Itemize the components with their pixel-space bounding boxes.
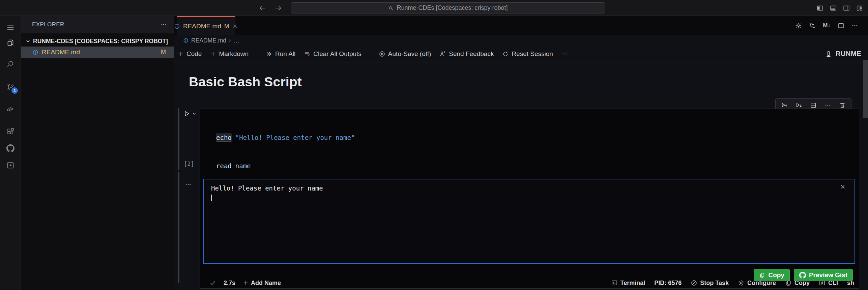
editor-group: README.md M M↓ — [174, 16, 868, 290]
code-token-arg: name — [235, 162, 251, 170]
clear-all-outputs-button[interactable]: Clear All Outputs — [304, 50, 361, 58]
vscode-window: { "titlebar": { "search": "Runme-CDEs [C… — [0, 0, 868, 290]
info-file-icon — [32, 49, 38, 55]
sidebar-title: EXPLORER — [32, 21, 64, 28]
add-name-label: Add Name — [251, 280, 281, 287]
command-center-search[interactable]: Runme-CDEs [Codespaces: crispy robot] — [291, 2, 605, 13]
customize-layout-icon[interactable] — [856, 4, 863, 12]
back-arrow-icon[interactable] — [259, 4, 266, 12]
feedback-icon — [439, 51, 446, 57]
source-control-badge: 1 — [11, 87, 18, 94]
editor-scrollbar[interactable] — [863, 60, 868, 118]
github-octocat-icon — [6, 144, 15, 152]
sidebar-item-source-control[interactable]: 1 — [0, 80, 21, 94]
breadcrumb-file[interactable]: README.md — [191, 37, 226, 44]
activity-bar: 1 — [0, 16, 21, 290]
tab-label: README.md — [183, 23, 221, 30]
markdown-heading: Basic Bash Script — [189, 75, 302, 89]
forward-arrow-icon[interactable] — [274, 4, 282, 12]
plus-icon — [178, 51, 184, 57]
stop-task-button[interactable]: Stop Task — [691, 280, 729, 287]
terminal-button[interactable]: Terminal — [611, 280, 645, 287]
preview-gist-button[interactable]: Preview Gist — [794, 269, 853, 281]
open-markdown-icon[interactable]: M↓ — [823, 22, 831, 29]
execute-below-icon[interactable] — [795, 102, 802, 109]
title-bar: Runme-CDEs [Codespaces: crispy robot] — [0, 0, 868, 16]
chevron-down-icon[interactable] — [192, 111, 197, 116]
auto-save-toggle[interactable]: Auto-Save (off) — [379, 50, 431, 58]
close-icon[interactable] — [232, 23, 238, 29]
output-menu-icon[interactable] — [185, 181, 192, 188]
pid-label: PID: 6576 — [654, 280, 682, 287]
tab-modified-indicator: M — [224, 23, 229, 30]
toggle-secondary-sidebar-icon[interactable] — [843, 4, 850, 12]
breadcrumb-more[interactable]: … — [233, 37, 239, 44]
sidebar-item-run-debug[interactable] — [0, 102, 21, 116]
reset-session-button[interactable]: Reset Session — [502, 50, 553, 58]
send-feedback-label: Send Feedback — [449, 50, 494, 58]
file-row-readme[interactable]: README.md M — [21, 47, 174, 58]
cell-focus-indicator[interactable] — [178, 108, 179, 170]
sidebar-item-search[interactable] — [0, 57, 21, 71]
runme-brand: RUNME — [825, 50, 868, 58]
sidebar-header: EXPLORER — [21, 16, 174, 33]
github-octocat-icon — [799, 272, 806, 279]
runme-logo-icon — [825, 50, 832, 58]
notebook-toolbar: Code Markdown Run All Clear All Outputs … — [174, 46, 868, 62]
run-all-icon — [266, 51, 272, 57]
session-compare-icon[interactable] — [809, 22, 816, 29]
close-output-icon[interactable] — [839, 183, 846, 190]
run-cell-button[interactable] — [183, 110, 197, 117]
code-line: readname — [216, 161, 859, 171]
workspace-section-label: RUNME-CDES [CODESPACES: CRISPY ROBOT] — [33, 38, 168, 45]
execute-above-icon[interactable] — [781, 102, 788, 109]
sidebar-more-actions-icon[interactable] — [161, 22, 167, 28]
stop-circle-icon — [691, 280, 697, 286]
copy-output-button[interactable]: Copy — [754, 269, 790, 281]
add-markdown-cell-button[interactable]: Markdown — [210, 50, 249, 58]
play-icon — [183, 110, 191, 117]
menu-icon — [6, 24, 15, 32]
search-text: Runme-CDEs [Codespaces: crispy robot] — [397, 4, 508, 11]
gear-icon — [738, 280, 745, 286]
add-code-cell-button[interactable]: Code — [178, 50, 202, 58]
sidebar-item-extensions[interactable] — [0, 124, 21, 139]
output-focus-indicator[interactable] — [178, 172, 179, 283]
search-icon — [388, 5, 394, 11]
split-editor-icon[interactable] — [838, 22, 844, 29]
add-name-button[interactable]: Add Name — [243, 280, 281, 287]
sidebar-item-runme[interactable] — [0, 158, 21, 173]
search-magnifier-icon — [6, 60, 15, 68]
workbench: 1 EXPLORER RUNME-CDES [CODESPACES: CRISP… — [0, 16, 868, 290]
sidebar-item-github[interactable] — [0, 141, 21, 156]
delete-cell-icon[interactable] — [839, 102, 846, 109]
more-actions-icon[interactable] — [851, 22, 858, 29]
success-check-icon — [209, 280, 216, 286]
run-debug-icon — [6, 105, 15, 113]
terminal-output[interactable]: Hello! Please enter your name — [203, 179, 855, 264]
execution-duration: 2.7s — [224, 280, 235, 287]
history-nav — [259, 0, 282, 16]
breadcrumb-separator-icon: › — [229, 37, 231, 44]
clear-outputs-icon — [304, 51, 311, 57]
cell-more-icon[interactable] — [824, 102, 831, 109]
toolbar-divider — [257, 50, 257, 58]
workspace-section-header[interactable]: RUNME-CDES [CODESPACES: CRISPY ROBOT] — [21, 36, 174, 47]
menu-button[interactable] — [0, 20, 21, 35]
terminal-label: Terminal — [620, 280, 645, 287]
sidebar-item-explorer[interactable] — [0, 35, 21, 50]
toggle-sidebar-icon[interactable] — [816, 4, 824, 12]
run-all-label: Run All — [275, 50, 295, 58]
layout-controls — [816, 0, 863, 16]
send-feedback-button[interactable]: Send Feedback — [439, 50, 494, 58]
gear-icon[interactable] — [795, 22, 802, 29]
tab-readme[interactable]: README.md M — [177, 16, 235, 35]
toolbar-more-icon[interactable] — [561, 51, 568, 57]
toggle-panel-icon[interactable] — [830, 4, 837, 12]
add-code-label: Code — [186, 50, 202, 58]
plus-icon — [210, 51, 216, 57]
run-all-button[interactable]: Run All — [266, 50, 295, 58]
copy-output-label: Copy — [768, 271, 784, 279]
split-cell-icon[interactable] — [810, 102, 817, 109]
toolbar-divider — [370, 50, 370, 58]
